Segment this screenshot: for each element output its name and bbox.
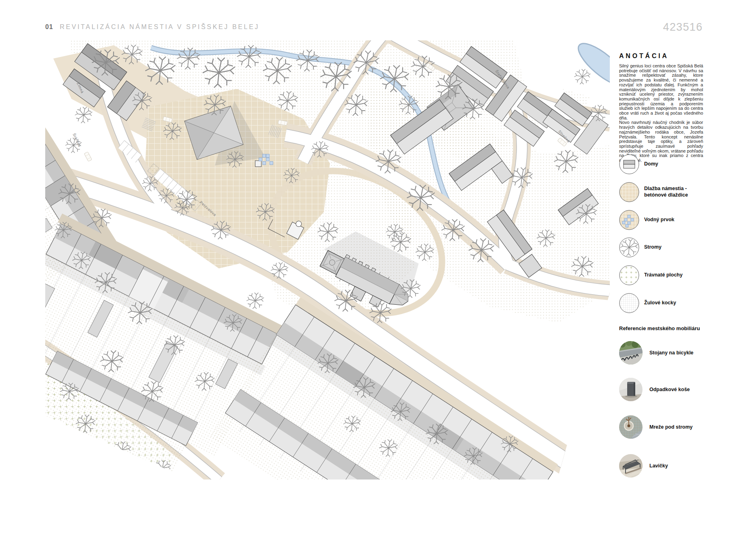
legend-label: Vodný prvok [644, 217, 705, 223]
site-plan-map: Zimná Štúrova Petzvalova Štefánikova Sln… [45, 40, 611, 480]
entry-code: 423516 [663, 21, 703, 34]
legend-item-dlazba: Dlažba námestia - betónové dlaždice [619, 182, 724, 202]
reference-label: Odpadkové koše [649, 387, 690, 392]
reference-label: Lavičky [649, 463, 668, 469]
legend-label: Domy [644, 161, 705, 168]
reference-label: Mreže pod stromy [649, 424, 693, 430]
legend-label: Stromy [644, 244, 705, 251]
legend-item-stromy: Stromy [619, 237, 724, 258]
legend-label: Trávnaté plochy [644, 272, 705, 279]
grass-symbol-icon [619, 265, 639, 285]
reference-item-benches: Lavičky [619, 454, 740, 477]
reference-item-bike-racks: Stojany na bicykle [619, 341, 740, 364]
water-feature-symbol-icon [619, 210, 639, 230]
reference-item-trash-bins: Odpadkové koše [619, 378, 740, 401]
annotation-text: Silný genius loci centra obce Spišská Be… [619, 64, 703, 163]
tree-grates-photo [619, 415, 643, 439]
references-title: Referencie mestského mobiliáru [619, 325, 700, 331]
board-index: 01 [45, 23, 53, 31]
reference-item-tree-grates: Mreže pod stromy [619, 415, 740, 439]
annotation-title: ANOTÁCIA [619, 52, 669, 60]
bike-racks-photo [619, 341, 643, 364]
legend-label: Dlažba námestia - betónové dlaždice [644, 186, 705, 198]
trash-bins-photo [619, 378, 643, 401]
house-symbol-icon [619, 154, 639, 174]
legend-label: Žulové kocky [644, 300, 705, 306]
benches-photo [619, 454, 643, 477]
legend-item-zulove-kocky: Žulové kocky [619, 293, 724, 313]
legend-item-vodny-prvok: Vodný prvok [619, 210, 724, 230]
tree-symbol-icon [619, 237, 639, 258]
site-plan-svg: Zimná Štúrova Petzvalova Štefánikova Sln… [45, 40, 611, 480]
annotation-paragraph: Silný genius loci centra obce Spišská Be… [619, 64, 703, 120]
kiosk [255, 161, 261, 167]
board-title: REVITALIZÁCIA NÁMESTIA V SPIŠSKEJ BELEJ [60, 23, 259, 31]
granite-cubes-symbol-icon [619, 293, 639, 313]
legend-item-travnate-plochy: Trávnaté plochy [619, 265, 724, 285]
legend-item-domy: Domy [619, 154, 724, 174]
reference-label: Stojany na bicykle [649, 350, 693, 356]
presentation-board: 01 REVITALIZÁCIA NÁMESTIA V SPIŠSKEJ BEL… [0, 0, 756, 534]
concrete-paving-symbol-icon [619, 182, 639, 202]
